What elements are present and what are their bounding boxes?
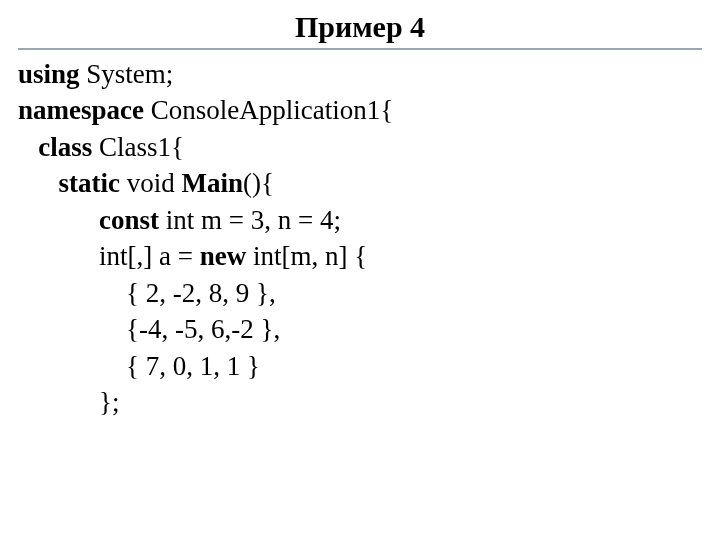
slide: Пример 4 using System; namespace Console… bbox=[0, 0, 720, 540]
kw-const: const bbox=[18, 205, 159, 235]
kw-new: new bbox=[200, 241, 247, 271]
code-text: {-4, -5, 6,-2 }, bbox=[18, 314, 280, 344]
code-text: { 2, -2, 8, 9 }, bbox=[18, 278, 276, 308]
slide-title: Пример 4 bbox=[18, 10, 702, 48]
code-block: using System; namespace ConsoleApplicati… bbox=[18, 56, 702, 420]
kw-using: using bbox=[18, 59, 80, 89]
code-text: int[,] a = bbox=[18, 241, 200, 271]
code-text: (){ bbox=[243, 168, 274, 198]
code-text: { 7, 0, 1, 1 } bbox=[18, 351, 260, 381]
code-text: Class1{ bbox=[92, 132, 184, 162]
code-text: }; bbox=[18, 387, 119, 417]
kw-static: static bbox=[18, 168, 120, 198]
code-text: int m = 3, n = 4; bbox=[159, 205, 341, 235]
method-main: Main bbox=[182, 168, 244, 198]
title-divider bbox=[18, 48, 702, 50]
kw-class: class bbox=[18, 132, 92, 162]
code-text: System; bbox=[80, 59, 174, 89]
code-text: int[m, n] { bbox=[246, 241, 367, 271]
code-text: ConsoleApplication1{ bbox=[144, 95, 393, 125]
code-text: void bbox=[120, 168, 182, 198]
kw-namespace: namespace bbox=[18, 95, 144, 125]
